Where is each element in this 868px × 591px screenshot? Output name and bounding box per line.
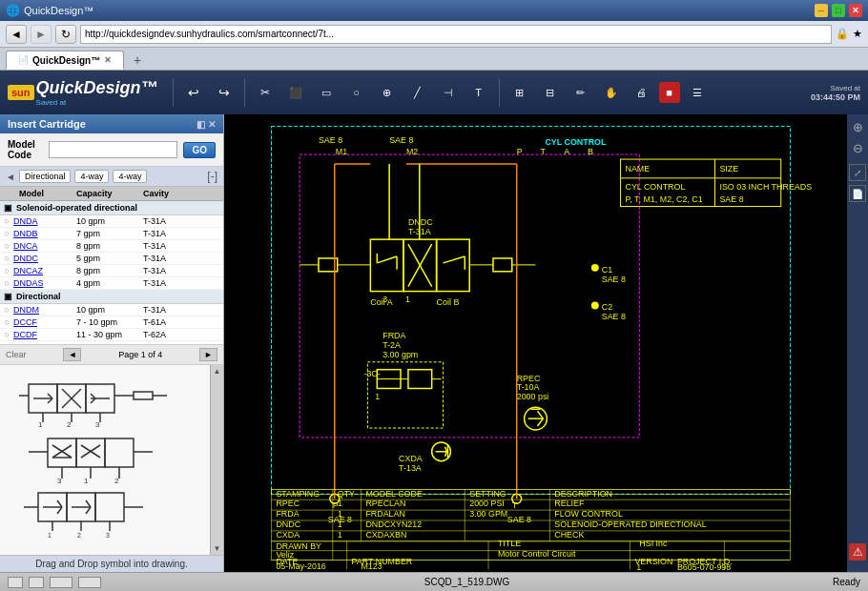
panel-icon-1[interactable]: ◧ — [196, 119, 205, 130]
logo: sun QuickDesign™ Saved at — [8, 78, 158, 107]
wire-button[interactable]: ╱ — [404, 79, 431, 106]
grid-button[interactable]: ⊞ — [506, 79, 533, 106]
toolbar-separator-2 — [244, 78, 245, 107]
tab-bar: 📄 QuickDesign™ ✕ + — [0, 48, 868, 71]
redo-button[interactable]: ↪ — [211, 79, 238, 106]
list-item[interactable]: ○ DNCA 8 gpm T-31A — [0, 240, 223, 253]
filter-collapse-icon[interactable]: [-] — [207, 170, 217, 183]
cavity-dnca: T-31A — [143, 241, 191, 251]
table-button[interactable]: ⊟ — [537, 79, 564, 106]
section-directional-label: Directional — [16, 292, 61, 301]
radio-dndb[interactable]: ○ — [0, 229, 13, 238]
component-name-dcdf[interactable]: DCDF — [13, 330, 76, 339]
cut-button[interactable]: ✂ — [252, 79, 279, 106]
connect-button[interactable]: ⊕ — [374, 79, 401, 106]
minimize-button[interactable]: ─ — [815, 4, 828, 17]
radio-dnda[interactable]: ○ — [0, 216, 13, 226]
quickdesign-logo: QuickDesign™ Saved at — [36, 78, 158, 107]
model-code-area: Model Code GO — [0, 133, 223, 167]
capacity-dnda: 10 gpm — [76, 216, 143, 226]
status-icon-2[interactable] — [29, 577, 44, 588]
rectangle-button[interactable]: ▭ — [313, 79, 340, 106]
filter-4way-1[interactable]: 4-way — [74, 170, 109, 183]
list-item[interactable]: ○ DNDC 5 gpm T-31A — [0, 253, 223, 265]
list-item[interactable]: ○ DNDB 7 gpm T-31A — [0, 228, 223, 240]
panel-title: Insert Cartridge — [8, 118, 86, 130]
svg-text:1: 1 — [84, 477, 89, 483]
clear-button[interactable]: Clear — [6, 350, 27, 359]
list-item[interactable]: ○ DCDF 11 - 30 gpm T-62A — [0, 329, 223, 341]
radio-dndas[interactable]: ○ — [0, 278, 13, 288]
tab-close-button[interactable]: ✕ — [104, 55, 112, 65]
close-button[interactable]: ✕ — [849, 4, 862, 17]
list-item[interactable]: ○ DNCAZ 8 gpm T-31A — [0, 265, 223, 277]
model-code-input[interactable] — [49, 141, 177, 158]
zoom-out-button[interactable]: ⊖ — [849, 139, 866, 156]
undo-button[interactable]: ↩ — [180, 79, 207, 106]
zoom-in-button[interactable]: ⊕ — [849, 118, 866, 135]
menu-button[interactable]: ☰ — [684, 79, 711, 106]
svg-text:1: 1 — [48, 532, 52, 539]
svg-text:RELIEF: RELIEF — [554, 499, 585, 508]
component-name-dnda[interactable]: DNDA — [13, 216, 76, 226]
go-button[interactable]: GO — [183, 142, 216, 158]
page-button[interactable]: 📄 — [849, 185, 866, 202]
address-input[interactable] — [80, 25, 832, 44]
next-page-button[interactable]: ► — [199, 348, 217, 361]
component-button[interactable]: ⬛ — [282, 79, 309, 106]
radio-dncaz[interactable]: ○ — [0, 266, 13, 275]
status-icon-1[interactable] — [8, 577, 23, 588]
svg-line-39 — [57, 500, 62, 507]
section-collapse-icon[interactable]: ▣ — [4, 203, 12, 213]
component-name-dncaz[interactable]: DNCAZ — [13, 266, 76, 275]
red-square-button[interactable]: ■ — [659, 82, 680, 103]
component-name-dndc[interactable]: DNDC — [13, 254, 76, 263]
text-button[interactable]: T — [465, 79, 492, 106]
back-button[interactable]: ◄ — [6, 25, 27, 44]
radio-dnca[interactable]: ○ — [0, 241, 13, 251]
radio-dndm[interactable]: ○ — [0, 305, 13, 315]
filter-4way-2[interactable]: 4-way — [113, 170, 147, 183]
component-name-dndb[interactable]: DNDB — [13, 229, 76, 238]
circle-button[interactable]: ○ — [343, 79, 370, 106]
tab-quickdesign[interactable]: 📄 QuickDesign™ ✕ — [6, 51, 124, 70]
prev-page-button[interactable]: ◄ — [63, 348, 81, 361]
scroll-down-icon[interactable]: ▼ — [212, 542, 223, 555]
component-name-dndm[interactable]: DNDM — [13, 305, 76, 315]
scroll-up-icon[interactable]: ▲ — [212, 365, 223, 377]
component-name-dnca[interactable]: DNCA — [13, 241, 76, 251]
list-item[interactable]: ○ DNDAS 4 gpm T-31A — [0, 277, 223, 290]
filter-directional[interactable]: Directional — [19, 170, 72, 183]
list-item[interactable]: ○ DNDM 10 gpm T-31A — [0, 304, 223, 316]
edit-button[interactable]: ✏ — [568, 79, 594, 106]
new-tab-button[interactable]: + — [128, 51, 147, 70]
radio-dndc[interactable]: ○ — [0, 254, 13, 263]
svg-text:M2: M2 — [406, 147, 418, 156]
main-area: Insert Cartridge ◧ ✕ Model Code GO ◄ Dir… — [0, 114, 868, 572]
list-item[interactable]: ○ DCCF 7 - 10 gpm T-61A — [0, 316, 223, 329]
left-panel: Insert Cartridge ◧ ✕ Model Code GO ◄ Dir… — [0, 114, 224, 572]
section-collapse-icon-2[interactable]: ▣ — [4, 292, 12, 301]
forward-button[interactable]: ► — [31, 25, 52, 44]
list-item[interactable]: ○ DNDA 10 gpm T-31A — [0, 215, 223, 228]
component-name-dndas[interactable]: DNDAS — [13, 278, 76, 288]
svg-text:2000 psi: 2000 psi — [517, 392, 549, 401]
svg-text:P: P — [517, 147, 523, 156]
maximize-button[interactable]: □ — [832, 4, 845, 17]
status-icon-3[interactable] — [50, 577, 72, 588]
move-button[interactable]: ✋ — [598, 79, 625, 106]
component-name-dccf[interactable]: DCCF — [13, 317, 76, 327]
reload-button[interactable]: ↻ — [55, 25, 76, 44]
symbol-1-svg: 1 2 3 — [19, 375, 191, 427]
drawing-area[interactable]: NAME SIZE CYL CONTROL ISO 03 INCH THREAD… — [224, 114, 847, 572]
status-icon-4[interactable] — [78, 577, 101, 588]
symbol-scrollbar[interactable]: ▲ ▼ — [210, 365, 223, 555]
radio-dcdf[interactable]: ○ — [0, 330, 13, 339]
fit-button[interactable]: ⤢ — [849, 164, 866, 181]
alert-button[interactable]: ⚠ — [849, 543, 866, 560]
line-button[interactable]: ⊣ — [435, 79, 462, 106]
svg-text:RPEC: RPEC — [517, 374, 541, 383]
print-button[interactable]: 🖨 — [629, 79, 655, 106]
panel-close-icon[interactable]: ✕ — [208, 119, 216, 130]
radio-dccf[interactable]: ○ — [0, 317, 13, 327]
